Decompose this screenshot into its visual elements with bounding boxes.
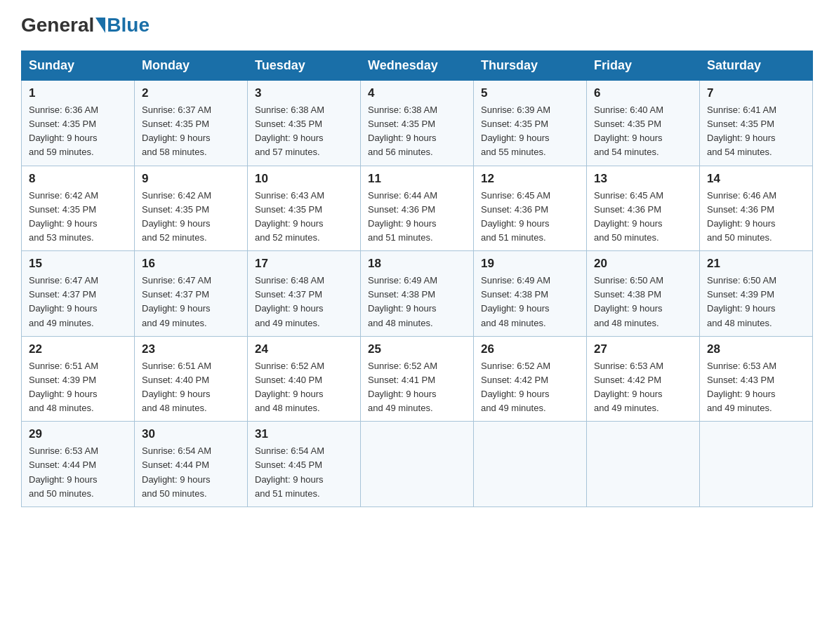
calendar-day-cell: 22 Sunrise: 6:51 AMSunset: 4:39 PMDaylig… [22,336,135,422]
day-number: 27 [594,342,692,356]
calendar-day-cell [361,422,474,507]
day-number: 6 [594,86,692,100]
day-info: Sunrise: 6:49 AMSunset: 4:38 PMDaylight:… [368,274,466,330]
day-number: 30 [142,427,240,441]
day-number: 29 [29,427,127,441]
day-number: 18 [368,257,466,271]
page-header: General Blue [21,14,813,36]
calendar-day-cell: 6 Sunrise: 6:40 AMSunset: 4:35 PMDayligh… [587,81,700,166]
day-info: Sunrise: 6:47 AMSunset: 4:37 PMDaylight:… [142,274,240,330]
day-info: Sunrise: 6:52 AMSunset: 4:41 PMDaylight:… [368,359,466,416]
day-number: 12 [481,172,579,186]
calendar-day-cell: 21 Sunrise: 6:50 AMSunset: 4:39 PMDaylig… [700,251,813,337]
calendar-day-cell: 25 Sunrise: 6:52 AMSunset: 4:41 PMDaylig… [361,336,474,422]
day-info: Sunrise: 6:49 AMSunset: 4:38 PMDaylight:… [481,274,579,330]
logo: General Blue [21,14,150,36]
calendar-day-cell: 10 Sunrise: 6:43 AMSunset: 4:35 PMDaylig… [248,166,361,251]
calendar-day-cell: 12 Sunrise: 6:45 AMSunset: 4:36 PMDaylig… [474,166,587,251]
day-number: 28 [707,342,805,356]
day-number: 17 [255,257,353,271]
day-info: Sunrise: 6:42 AMSunset: 4:35 PMDaylight:… [29,189,127,246]
day-number: 22 [29,342,127,356]
day-of-week-header: Tuesday [248,51,361,81]
day-info: Sunrise: 6:45 AMSunset: 4:36 PMDaylight:… [594,189,692,246]
day-of-week-header: Saturday [700,51,813,81]
logo-triangle-icon [95,18,105,33]
calendar-week-row: 22 Sunrise: 6:51 AMSunset: 4:39 PMDaylig… [22,336,813,422]
calendar-day-cell: 11 Sunrise: 6:44 AMSunset: 4:36 PMDaylig… [361,166,474,251]
calendar-week-row: 15 Sunrise: 6:47 AMSunset: 4:37 PMDaylig… [22,251,813,337]
calendar-day-cell: 14 Sunrise: 6:46 AMSunset: 4:36 PMDaylig… [700,166,813,251]
calendar-day-cell: 31 Sunrise: 6:54 AMSunset: 4:45 PMDaylig… [248,422,361,507]
day-info: Sunrise: 6:52 AMSunset: 4:40 PMDaylight:… [255,359,353,416]
day-info: Sunrise: 6:52 AMSunset: 4:42 PMDaylight:… [481,359,579,416]
calendar-day-cell: 4 Sunrise: 6:38 AMSunset: 4:35 PMDayligh… [361,81,474,166]
day-number: 14 [707,172,805,186]
day-info: Sunrise: 6:46 AMSunset: 4:36 PMDaylight:… [707,189,805,246]
calendar-day-cell: 3 Sunrise: 6:38 AMSunset: 4:35 PMDayligh… [248,81,361,166]
day-number: 26 [481,342,579,356]
day-info: Sunrise: 6:40 AMSunset: 4:35 PMDaylight:… [594,103,692,160]
day-number: 7 [707,86,805,100]
day-number: 3 [255,86,353,100]
calendar-day-cell: 9 Sunrise: 6:42 AMSunset: 4:35 PMDayligh… [135,166,248,251]
calendar-day-cell: 15 Sunrise: 6:47 AMSunset: 4:37 PMDaylig… [22,251,135,337]
day-info: Sunrise: 6:44 AMSunset: 4:36 PMDaylight:… [368,189,466,246]
day-of-week-header: Thursday [474,51,587,81]
calendar-day-cell: 5 Sunrise: 6:39 AMSunset: 4:35 PMDayligh… [474,81,587,166]
day-info: Sunrise: 6:45 AMSunset: 4:36 PMDaylight:… [481,189,579,246]
day-number: 31 [255,427,353,441]
calendar-day-cell: 16 Sunrise: 6:47 AMSunset: 4:37 PMDaylig… [135,251,248,337]
day-number: 9 [142,172,240,186]
calendar-day-cell: 13 Sunrise: 6:45 AMSunset: 4:36 PMDaylig… [587,166,700,251]
day-info: Sunrise: 6:54 AMSunset: 4:45 PMDaylight:… [255,444,353,501]
calendar-day-cell: 7 Sunrise: 6:41 AMSunset: 4:35 PMDayligh… [700,81,813,166]
day-number: 13 [594,172,692,186]
day-info: Sunrise: 6:39 AMSunset: 4:35 PMDaylight:… [481,103,579,160]
day-number: 25 [368,342,466,356]
day-info: Sunrise: 6:42 AMSunset: 4:35 PMDaylight:… [142,189,240,246]
logo-general-text: General [21,14,94,36]
day-number: 11 [368,172,466,186]
day-number: 23 [142,342,240,356]
calendar-day-cell: 18 Sunrise: 6:49 AMSunset: 4:38 PMDaylig… [361,251,474,337]
calendar-week-row: 8 Sunrise: 6:42 AMSunset: 4:35 PMDayligh… [22,166,813,251]
day-number: 1 [29,86,127,100]
calendar-day-cell: 30 Sunrise: 6:54 AMSunset: 4:44 PMDaylig… [135,422,248,507]
calendar-day-cell: 20 Sunrise: 6:50 AMSunset: 4:38 PMDaylig… [587,251,700,337]
day-info: Sunrise: 6:36 AMSunset: 4:35 PMDaylight:… [29,103,127,160]
day-number: 24 [255,342,353,356]
day-info: Sunrise: 6:38 AMSunset: 4:35 PMDaylight:… [368,103,466,160]
day-info: Sunrise: 6:53 AMSunset: 4:43 PMDaylight:… [707,359,805,416]
calendar-day-cell: 24 Sunrise: 6:52 AMSunset: 4:40 PMDaylig… [248,336,361,422]
day-number: 20 [594,257,692,271]
day-info: Sunrise: 6:43 AMSunset: 4:35 PMDaylight:… [255,189,353,246]
day-info: Sunrise: 6:54 AMSunset: 4:44 PMDaylight:… [142,444,240,501]
day-of-week-header: Wednesday [361,51,474,81]
calendar-week-row: 1 Sunrise: 6:36 AMSunset: 4:35 PMDayligh… [22,81,813,166]
calendar-table: SundayMondayTuesdayWednesdayThursdayFrid… [21,51,813,507]
day-number: 10 [255,172,353,186]
day-info: Sunrise: 6:41 AMSunset: 4:35 PMDaylight:… [707,103,805,160]
calendar-day-cell: 28 Sunrise: 6:53 AMSunset: 4:43 PMDaylig… [700,336,813,422]
day-of-week-header: Monday [135,51,248,81]
day-info: Sunrise: 6:51 AMSunset: 4:40 PMDaylight:… [142,359,240,416]
calendar-day-cell: 19 Sunrise: 6:49 AMSunset: 4:38 PMDaylig… [474,251,587,337]
calendar-day-cell [700,422,813,507]
day-number: 15 [29,257,127,271]
calendar-day-cell: 2 Sunrise: 6:37 AMSunset: 4:35 PMDayligh… [135,81,248,166]
day-info: Sunrise: 6:37 AMSunset: 4:35 PMDaylight:… [142,103,240,160]
calendar-day-cell: 8 Sunrise: 6:42 AMSunset: 4:35 PMDayligh… [22,166,135,251]
calendar-day-cell: 17 Sunrise: 6:48 AMSunset: 4:37 PMDaylig… [248,251,361,337]
day-info: Sunrise: 6:53 AMSunset: 4:44 PMDaylight:… [29,444,127,501]
day-number: 8 [29,172,127,186]
day-number: 21 [707,257,805,271]
calendar-day-cell [474,422,587,507]
day-number: 5 [481,86,579,100]
calendar-day-cell: 29 Sunrise: 6:53 AMSunset: 4:44 PMDaylig… [22,422,135,507]
day-info: Sunrise: 6:50 AMSunset: 4:38 PMDaylight:… [594,274,692,330]
calendar-header-row: SundayMondayTuesdayWednesdayThursdayFrid… [22,51,813,81]
day-info: Sunrise: 6:47 AMSunset: 4:37 PMDaylight:… [29,274,127,330]
calendar-day-cell: 27 Sunrise: 6:53 AMSunset: 4:42 PMDaylig… [587,336,700,422]
calendar-day-cell: 23 Sunrise: 6:51 AMSunset: 4:40 PMDaylig… [135,336,248,422]
